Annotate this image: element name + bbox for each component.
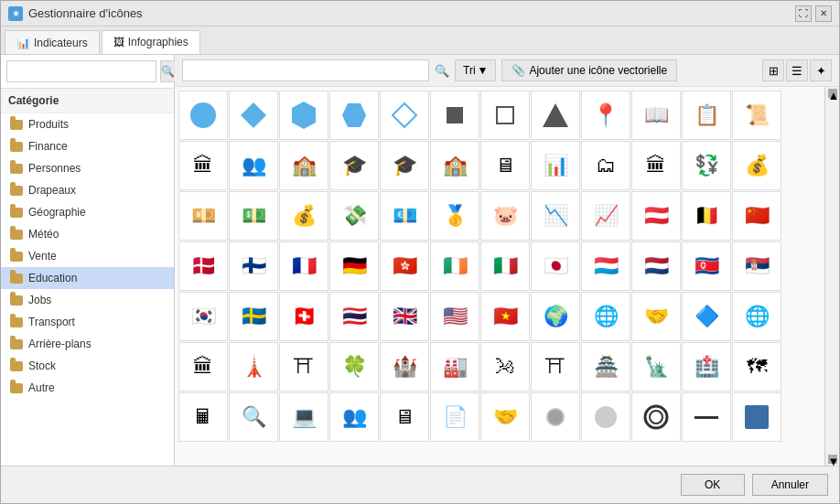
icon-cell[interactable]: 🌐 — [581, 292, 630, 341]
scroll-down-arrow[interactable]: ▼ — [828, 455, 837, 464]
icon-cell[interactable]: 💸 — [329, 191, 379, 241]
category-item-finance[interactable]: Finance — [1, 135, 174, 157]
category-item-transport[interactable]: Transport — [1, 311, 174, 333]
icon-cell[interactable]: 🏛 — [178, 342, 228, 391]
icon-cell[interactable]: 🇩🇪 — [329, 241, 379, 291]
icon-cell[interactable]: 🤝 — [480, 392, 530, 442]
icon-cell[interactable]: 💰 — [279, 191, 328, 241]
category-item-produits[interactable]: Produits — [1, 113, 174, 135]
icon-cell[interactable]: 🇳🇱 — [631, 241, 681, 291]
icon-cell[interactable]: 🗽 — [631, 342, 681, 391]
icon-cell[interactable]: 🏰 — [380, 342, 429, 391]
icon-cell[interactable]: 📈 — [581, 191, 630, 241]
icon-cell[interactable] — [229, 91, 278, 140]
icon-cell[interactable]: 🏭 — [430, 342, 479, 391]
category-item-jobs[interactable]: Jobs — [1, 289, 174, 311]
icon-cell[interactable]: 🇧🇪 — [682, 191, 731, 241]
left-search-input[interactable] — [6, 60, 156, 82]
icon-cell[interactable]: 🐷 — [480, 191, 530, 241]
view-list-button[interactable]: ☰ — [786, 59, 808, 81]
icon-cell[interactable]: 🖥 — [380, 392, 429, 442]
icon-cell[interactable]: 🇨🇳 — [732, 191, 781, 241]
icon-cell[interactable]: 🇯🇵 — [531, 241, 580, 291]
icon-cell[interactable]: 🇺🇸 — [430, 292, 479, 341]
icon-cell[interactable]: 👥 — [229, 141, 278, 190]
icon-cell[interactable] — [531, 392, 580, 442]
icon-cell[interactable]: ⛩ — [279, 342, 328, 391]
icon-cell[interactable]: 🎓 — [329, 141, 379, 190]
icon-cell[interactable]: 💶 — [380, 191, 429, 241]
view-grid-button[interactable]: ⊞ — [762, 59, 784, 81]
icon-cell[interactable]: 🇭🇰 — [380, 241, 429, 291]
icon-cell[interactable]: 🏯 — [581, 342, 630, 391]
icon-cell[interactable] — [279, 91, 328, 140]
icon-cell[interactable] — [631, 392, 681, 442]
icon-cell[interactable]: ⛩ — [531, 342, 580, 391]
icon-cell[interactable]: 💱 — [682, 141, 731, 190]
icon-cell[interactable]: 🗼 — [229, 342, 278, 391]
icon-cell[interactable]: 🌍 — [531, 292, 580, 341]
category-item-education[interactable]: Education — [1, 267, 174, 289]
icon-cell[interactable]: 🇨🇭 — [279, 292, 328, 341]
left-search-button[interactable]: 🔍 — [160, 60, 176, 82]
icon-cell[interactable]: 🇫🇮 — [229, 241, 278, 291]
icon-cell[interactable]: 🔍 — [229, 392, 278, 442]
icon-cell[interactable] — [329, 91, 379, 140]
icon-cell[interactable]: 🇸🇪 — [229, 292, 278, 341]
icon-cell[interactable]: 🖥 — [480, 141, 530, 190]
right-search-input[interactable] — [182, 59, 429, 81]
add-vector-icon-button[interactable]: 📎 Ajouter une icône vectorielle — [501, 59, 677, 81]
category-item-personnes[interactable]: Personnes — [1, 157, 174, 179]
icon-cell[interactable]: 📄 — [430, 392, 479, 442]
category-item-arrieres-plans[interactable]: Arrière-plans — [1, 333, 174, 355]
scrollbar[interactable]: ▲ ▼ — [824, 87, 839, 466]
sort-button[interactable]: Tri ▼ — [455, 59, 496, 81]
category-item-vente[interactable]: Vente — [1, 245, 174, 267]
category-item-drapeaux[interactable]: Drapeaux — [1, 179, 174, 201]
icon-cell[interactable]: 🗂 — [581, 141, 630, 190]
icon-cell[interactable] — [682, 392, 731, 442]
tab-infographies[interactable]: 🖼 Infographies — [102, 30, 200, 54]
icon-cell[interactable] — [178, 91, 228, 140]
icon-cell[interactable] — [581, 392, 630, 442]
icon-cell[interactable]: 🍀 — [329, 342, 379, 391]
icon-cell[interactable]: 💵 — [229, 191, 278, 241]
icon-cell[interactable]: 🌬 — [480, 342, 530, 391]
icon-cell[interactable]: 🗺 — [732, 342, 781, 391]
icon-cell[interactable]: 📊 — [531, 141, 580, 190]
icon-cell[interactable]: 💰 — [732, 141, 781, 190]
icon-cell[interactable]: 🏛 — [178, 141, 228, 190]
icon-cell[interactable]: 🇩🇰 — [178, 241, 228, 291]
icon-cell[interactable] — [732, 392, 781, 442]
expand-button[interactable]: ⛶ — [795, 5, 812, 22]
icon-cell[interactable]: 🇮🇪 — [430, 241, 479, 291]
icon-cell[interactable]: 🇻🇳 — [480, 292, 530, 341]
category-item-geographie[interactable]: Géographie — [1, 201, 174, 223]
cancel-button[interactable]: Annuler — [752, 474, 828, 496]
ok-button[interactable]: OK — [681, 474, 745, 496]
icon-cell[interactable]: 🏫 — [430, 141, 479, 190]
icon-cell[interactable]: 🇰🇷 — [178, 292, 228, 341]
icon-cell[interactable]: 🇮🇹 — [480, 241, 530, 291]
icon-cell[interactable]: 📜 — [732, 91, 781, 140]
icon-cell[interactable]: 🏫 — [279, 141, 328, 190]
icon-cell[interactable]: 📋 — [682, 91, 731, 140]
icon-cell[interactable] — [380, 91, 429, 140]
close-button[interactable]: ✕ — [815, 5, 832, 22]
category-item-autre[interactable]: Autre — [1, 377, 174, 399]
icon-cell[interactable]: 🎓 — [380, 141, 429, 190]
icon-cell[interactable]: 🤝 — [631, 292, 681, 341]
category-item-stock[interactable]: Stock — [1, 355, 174, 377]
icon-cell[interactable]: 🇹🇭 — [329, 292, 379, 341]
icon-cell[interactable]: 📍 — [581, 91, 630, 140]
icon-cell[interactable]: 📖 — [631, 91, 681, 140]
icon-cell[interactable]: 🇷🇸 — [732, 241, 781, 291]
icon-cell[interactable] — [480, 91, 530, 140]
view-settings-button[interactable]: ✦ — [810, 59, 832, 81]
icon-cell[interactable]: 💻 — [279, 392, 328, 442]
icon-cell[interactable]: 🏥 — [682, 342, 731, 391]
category-item-meteo[interactable]: Météo — [1, 223, 174, 245]
icon-cell[interactable]: 🌐 — [732, 292, 781, 341]
icon-cell[interactable]: 📉 — [531, 191, 580, 241]
icon-cell[interactable]: 🇫🇷 — [279, 241, 328, 291]
